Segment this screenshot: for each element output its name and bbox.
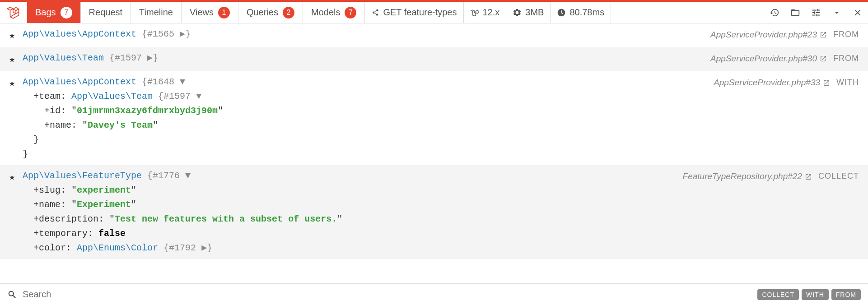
dump-body: App\Values\Team {#1597 ▶} (23, 51, 710, 65)
sliders-icon[interactable] (806, 2, 826, 23)
star-icon[interactable]: ★ (9, 27, 23, 44)
external-link-icon (823, 79, 830, 87)
dump-tag: COLLECT (818, 170, 859, 183)
class-link[interactable]: App\Values\AppContext (23, 29, 136, 39)
chevron-down-icon[interactable] (826, 2, 847, 23)
share-icon (371, 9, 379, 17)
tab-queries[interactable]: Queries 2 (238, 2, 303, 23)
tab-label: Request (89, 7, 123, 18)
expand-toggle[interactable]: ▶ (180, 29, 185, 39)
version-text: 12.x (483, 7, 500, 18)
row-meta: AppServiceProvider.php#30 FROM (710, 51, 859, 65)
dump-row: ★ App\Values\FeatureType {#1776 ▼ +slug:… (0, 165, 868, 259)
class-link[interactable]: App\Values\FeatureType (23, 171, 142, 181)
tab-label: Queries (247, 7, 278, 18)
tab-timeline[interactable]: Timeline (131, 2, 182, 23)
collapse-toggle[interactable]: ▼ (180, 77, 185, 87)
tab-badge: 2 (283, 7, 294, 18)
tab-request[interactable]: Request (81, 2, 131, 23)
object-ref: {#1648 ▼ (142, 77, 185, 87)
dump-body: App\Values\FeatureType {#1776 ▼ +slug: "… (23, 169, 683, 255)
laravel-logo[interactable] (0, 2, 27, 23)
tab-badge: 7 (61, 7, 72, 18)
row-meta: AppServiceProvider.php#23 FROM (710, 27, 859, 42)
tab-views[interactable]: Views 1 (182, 2, 238, 23)
dump-tag: FROM (833, 52, 859, 65)
tab-models[interactable]: Models 7 (303, 2, 365, 23)
dump-tag: WITH (836, 76, 859, 89)
object-ref: {#1776 ▼ (147, 171, 191, 181)
history-icon[interactable] (764, 2, 785, 23)
tab-badge: 1 (218, 7, 230, 18)
row-meta: FeatureTypeRepository.php#22 COLLECT (683, 169, 859, 183)
version-info[interactable]: 12.x (464, 2, 507, 23)
external-link-icon (820, 55, 827, 62)
collapse-toggle[interactable]: ▼ (196, 91, 201, 102)
time-info[interactable]: 80.78ms (551, 2, 611, 23)
dump-row: ★ App\Values\Team {#1597 ▶} AppServicePr… (0, 47, 868, 71)
class-link[interactable]: App\Values\Team (23, 53, 104, 63)
class-link[interactable]: App\Values\AppContext (23, 77, 136, 87)
search-icon (7, 290, 17, 300)
object-ref: {#1597 ▶} (109, 53, 158, 63)
object-ref: {#1565 ▶} (142, 29, 191, 39)
tab-label: Timeline (139, 7, 173, 18)
prop-value: false (98, 228, 126, 239)
star-icon[interactable]: ★ (9, 75, 23, 92)
tab-label: Bags (35, 7, 56, 18)
source-link[interactable]: AppServiceProvider.php#23 (710, 28, 827, 42)
external-link-icon (805, 173, 812, 180)
source-link[interactable]: FeatureTypeRepository.php#22 (683, 170, 812, 183)
dump-body: App\Values\AppContext {#1648 ▼ +team: Ap… (23, 75, 714, 162)
time-text: 80.78ms (569, 7, 604, 18)
dump-row: ★ App\Values\AppContext {#1565 ▶} AppSer… (0, 23, 868, 47)
route-text: GET feature-types (383, 7, 457, 18)
search-wrap (7, 289, 757, 300)
memory-info[interactable]: 3MB (506, 2, 551, 23)
close-icon[interactable] (847, 2, 868, 23)
clock-icon (557, 8, 566, 17)
collapse-toggle[interactable]: ▼ (185, 171, 191, 181)
filter-pill-with[interactable]: WITH (802, 289, 829, 300)
gear-icon (513, 8, 522, 17)
tab-label: Models (311, 7, 340, 18)
prop-value: Test new features with a subset of users… (115, 214, 337, 224)
dump-tag: FROM (833, 28, 859, 41)
source-link[interactable]: AppServiceProvider.php#33 (714, 76, 830, 89)
folder-open-icon[interactable] (785, 2, 806, 23)
source-link[interactable]: AppServiceProvider.php#30 (710, 52, 827, 65)
tab-bags[interactable]: Bags 7 (27, 2, 81, 23)
toolbar-right (764, 2, 868, 23)
expand-toggle[interactable]: ▶ (147, 53, 153, 63)
laravel-icon (470, 8, 479, 17)
topbar: Bags 7 Request Timeline Views 1 Queries … (0, 0, 868, 23)
star-icon[interactable]: ★ (9, 51, 23, 68)
filter-pill-from[interactable]: FROM (831, 289, 861, 300)
external-link-icon (820, 31, 827, 38)
search-input[interactable] (23, 289, 757, 300)
memory-text: 3MB (525, 7, 544, 18)
prop-value: Experiment (77, 199, 131, 210)
prop-value: Davey's Team (88, 120, 153, 130)
expand-toggle[interactable]: ▶ (201, 243, 207, 253)
filter-pills: COLLECT WITH FROM (757, 289, 861, 300)
tab-label: Views (190, 7, 214, 18)
filter-pill-collect[interactable]: COLLECT (757, 289, 799, 300)
class-link[interactable]: App\Values\Team (71, 91, 153, 102)
content-area: ★ App\Values\AppContext {#1565 ▶} AppSer… (0, 23, 868, 283)
dump-body: App\Values\AppContext {#1565 ▶} (23, 27, 710, 42)
tab-badge: 7 (345, 7, 356, 18)
dump-row: ★ App\Values\AppContext {#1648 ▼ +team: … (0, 71, 868, 165)
prop-value: experiment (77, 185, 131, 195)
prop-value: 01jmrmn3xazy6fdmrxbyd3j90m (77, 106, 218, 116)
star-icon[interactable]: ★ (9, 169, 23, 185)
bottombar: COLLECT WITH FROM (0, 283, 868, 305)
class-link[interactable]: App\Enums\Color (77, 243, 158, 253)
route-info[interactable]: GET feature-types (365, 2, 463, 23)
row-meta: AppServiceProvider.php#33 WITH (714, 75, 859, 89)
